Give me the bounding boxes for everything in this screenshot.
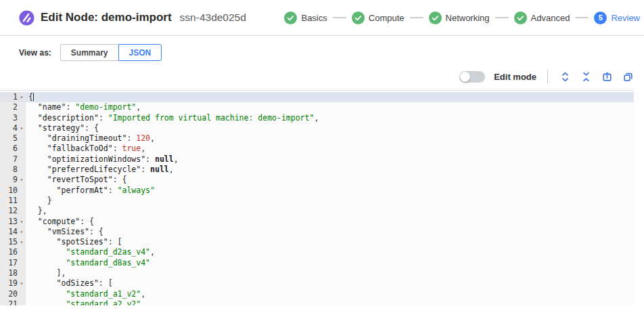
view-as-label: View as:: [19, 48, 51, 58]
code-line[interactable]: "strategy": {: [26, 123, 634, 133]
line-number: 8: [0, 165, 26, 175]
view-as-toggle-group: Summary JSON: [60, 44, 162, 61]
code-line[interactable]: "spotSizes": [: [26, 237, 634, 247]
editor-line: 19▾ "odSizes": [: [0, 278, 634, 288]
code-line[interactable]: "standard_a1_v2",: [26, 289, 634, 299]
code-line[interactable]: "description": "Imported from virtual ma…: [26, 113, 634, 123]
editor-line: 1▾{: [0, 92, 634, 102]
editor-line: 9▾ "revertToSpot": {: [0, 175, 634, 185]
step-label: Compute: [369, 13, 405, 23]
edit-mode-toggle[interactable]: [459, 71, 485, 83]
step-connector: [495, 17, 509, 18]
fold-toggle-icon[interactable]: ▾: [18, 217, 26, 227]
edit-mode-label: Edit mode: [494, 72, 536, 82]
toggle-knob: [460, 72, 470, 82]
line-number: 14▾: [0, 227, 26, 237]
fold-toggle-icon[interactable]: ▾: [18, 237, 26, 247]
step-label: Networking: [446, 13, 490, 23]
code-line[interactable]: },: [26, 206, 634, 216]
view-as-summary-button[interactable]: Summary: [60, 44, 118, 61]
editor-line: 12 },: [0, 206, 634, 216]
line-number: 10: [0, 186, 26, 196]
line-number: 18: [0, 268, 26, 278]
code-line[interactable]: "drainingTimeout": 120,: [26, 133, 634, 144]
step-connector: [333, 17, 346, 18]
text-cursor: [33, 93, 34, 101]
wizard-stepper: Basics Compute Networking Advanced: [284, 12, 640, 24]
editor-line: 20 "standard_a1_v2",: [0, 289, 634, 299]
fold-toggle-icon[interactable]: ▾: [18, 123, 26, 133]
json-editor[interactable]: 1▾{2 "name": "demo-import",3 "descriptio…: [0, 90, 634, 305]
step-networking[interactable]: Networking: [429, 12, 490, 24]
code-line[interactable]: "revertToSpot": {: [26, 175, 634, 185]
fold-toggle-icon[interactable]: ▾: [18, 175, 26, 185]
line-number: 15▾: [0, 237, 26, 247]
check-circle-icon: [352, 12, 365, 24]
line-number: 4▾: [0, 123, 26, 133]
line-number: 2: [0, 102, 26, 112]
step-label: Advanced: [531, 13, 570, 23]
editor-line: 8 "preferredLifecycle": null,: [0, 165, 634, 175]
step-advanced[interactable]: Advanced: [514, 12, 570, 24]
view-as-json-button[interactable]: JSON: [118, 44, 162, 61]
line-number: 7: [0, 154, 26, 165]
line-number: 12: [0, 206, 26, 216]
code-line[interactable]: "performAt": "always": [26, 186, 634, 196]
code-line[interactable]: {: [26, 92, 634, 102]
fold-toggle-icon[interactable]: ▾: [18, 227, 26, 237]
editor-line: 10 "performAt": "always": [0, 186, 634, 196]
check-circle-icon: [429, 12, 442, 24]
code-line[interactable]: "optimizationWindows": null,: [26, 154, 634, 165]
copy-icon[interactable]: [622, 70, 634, 83]
expand-all-icon[interactable]: [559, 70, 571, 83]
editor-line: 16 "standard_d2as_v4",: [0, 247, 634, 257]
code-line[interactable]: "preferredLifecycle": null,: [26, 165, 634, 175]
line-number: 5: [0, 133, 26, 144]
fold-toggle-icon[interactable]: ▾: [18, 92, 26, 102]
code-line[interactable]: "vmSizes": {: [26, 227, 634, 237]
check-circle-icon: [514, 12, 527, 24]
line-number: 21: [0, 299, 26, 305]
code-line[interactable]: "compute": {: [26, 217, 634, 227]
editor-line: 3 "description": "Imported from virtual …: [0, 113, 634, 123]
line-number: 3: [0, 113, 26, 123]
step-basics[interactable]: Basics: [284, 12, 327, 24]
page-header: Edit Node: demo-import ssn-43de025d Basi…: [0, 0, 644, 36]
step-label: Basics: [301, 13, 327, 23]
line-number: 1▾: [0, 92, 26, 102]
editor-line: 14▾ "vmSizes": {: [0, 227, 634, 237]
code-line[interactable]: ],: [26, 268, 634, 278]
code-line[interactable]: "standard_d8as_v4": [26, 258, 634, 268]
code-line[interactable]: "name": "demo-import",: [26, 102, 634, 112]
editor-toolbar: Edit mode: [0, 68, 634, 85]
step-connector: [575, 17, 589, 18]
collapse-all-icon[interactable]: [580, 70, 592, 83]
line-number: 6: [0, 144, 26, 154]
editor-line: 6 "fallbackToOd": true,: [0, 144, 634, 154]
line-number: 20: [0, 289, 26, 299]
step-number-badge: 5: [594, 12, 607, 24]
step-label: Review: [611, 13, 640, 23]
editor-line: 18 ],: [0, 268, 634, 278]
code-line[interactable]: "standard_a2_v2": [26, 299, 634, 305]
step-compute[interactable]: Compute: [352, 12, 405, 24]
step-review[interactable]: 5 Review: [594, 12, 640, 24]
check-circle-icon: [284, 12, 297, 24]
code-line[interactable]: "fallbackToOd": true,: [26, 144, 634, 154]
code-line[interactable]: "standard_d2as_v4",: [26, 247, 634, 257]
page-title: Edit Node: demo-import: [41, 11, 172, 24]
editor-line: 13▾ "compute": {: [0, 217, 634, 227]
editor-line: 4▾ "strategy": {: [0, 123, 634, 133]
fold-toggle-icon[interactable]: ▾: [18, 278, 26, 288]
code-line[interactable]: "odSizes": [: [26, 278, 634, 288]
editor-line: 21 "standard_a2_v2": [0, 299, 634, 305]
line-number: 19▾: [0, 278, 26, 288]
export-icon[interactable]: [601, 70, 613, 83]
editor-line: 11 }: [0, 196, 634, 206]
code-line[interactable]: }: [26, 196, 634, 206]
toolbar-divider: [547, 70, 548, 83]
line-number: 13▾: [0, 217, 26, 227]
editor-line: 15▾ "spotSizes": [: [0, 237, 634, 247]
editor-line: 2 "name": "demo-import",: [0, 102, 634, 112]
spot-logo-icon: [19, 10, 34, 26]
